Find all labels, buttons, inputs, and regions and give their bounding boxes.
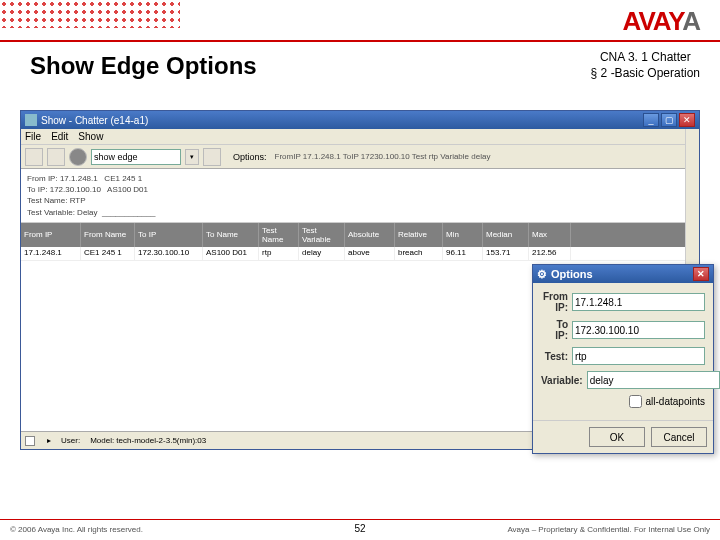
cell-relative: breach <box>395 247 443 260</box>
from-ip-label: From IP: <box>541 291 568 313</box>
minimize-button[interactable]: _ <box>643 113 659 127</box>
ok-button[interactable]: OK <box>589 427 645 447</box>
window-title: Show - Chatter (e14-a1) <box>41 115 643 126</box>
footer-rule <box>0 519 720 520</box>
app-icon <box>25 114 37 126</box>
dialog-buttons: OK Cancel <box>533 420 713 453</box>
variable-field[interactable] <box>587 371 720 389</box>
all-datapoints-checkbox[interactable] <box>629 395 642 408</box>
header-rule <box>0 40 720 42</box>
copyright: © 2006 Avaya Inc. All rights reserved. <box>10 525 143 534</box>
table-row[interactable]: 17.1.248.1 CE1 245 1 172.30.100.10 AS100… <box>21 247 699 261</box>
slide-subtitle: CNA 3. 1 Chatter § 2 -Basic Operation <box>591 50 700 81</box>
cell-fromname: CE1 245 1 <box>81 247 135 260</box>
th-min[interactable]: Min <box>443 223 483 247</box>
cell-median: 153.71 <box>483 247 529 260</box>
th-toip[interactable]: To IP <box>135 223 203 247</box>
menu-file[interactable]: File <box>25 131 41 142</box>
menu-edit[interactable]: Edit <box>51 131 68 142</box>
test-label: Test: <box>541 351 568 362</box>
subtitle-line1: CNA 3. 1 Chatter <box>591 50 700 66</box>
options-dialog: ⚙ Options ✕ From IP: To IP: Test: Variab… <box>532 264 714 454</box>
info-test: Test Name: RTP <box>27 195 693 206</box>
status-checkbox[interactable] <box>25 436 35 446</box>
th-fromip[interactable]: From IP <box>21 223 81 247</box>
record-icon[interactable] <box>69 148 87 166</box>
command-input[interactable] <box>91 149 181 165</box>
slide-title: Show Edge Options <box>30 52 257 80</box>
home-icon[interactable] <box>25 148 43 166</box>
logo-part1: AVAY <box>623 6 683 36</box>
dialog-close-button[interactable]: ✕ <box>693 267 709 281</box>
menubar: File Edit Show <box>21 129 699 145</box>
info-area: From IP: 17.1.248.1 CE1 245 1 To IP: 172… <box>21 169 699 223</box>
cell-testname: rtp <box>259 247 299 260</box>
avaya-logo: AVAYA <box>623 6 700 37</box>
cancel-button[interactable]: Cancel <box>651 427 707 447</box>
info-to: To IP: 172.30.100.10 AS100 D01 <box>27 184 693 195</box>
th-max[interactable]: Max <box>529 223 571 247</box>
th-toname[interactable]: To Name <box>203 223 259 247</box>
th-fromname[interactable]: From Name <box>81 223 135 247</box>
info-variable: Test Variable: Delay ____________ <box>27 207 693 218</box>
refresh-icon[interactable] <box>47 148 65 166</box>
toolbar: ▾ Options: FromIP 17.1.248.1 ToIP 17230.… <box>21 145 699 169</box>
cell-fromip: 17.1.248.1 <box>21 247 81 260</box>
th-median[interactable]: Median <box>483 223 529 247</box>
from-ip-field[interactable] <box>572 293 705 311</box>
cell-testvar: delay <box>299 247 345 260</box>
go-icon[interactable] <box>203 148 221 166</box>
to-ip-field[interactable] <box>572 321 705 339</box>
th-testname[interactable]: Test Name <box>259 223 299 247</box>
th-testvar[interactable]: Test Variable <box>299 223 345 247</box>
th-absolute[interactable]: Absolute <box>345 223 395 247</box>
gear-icon: ⚙ <box>537 268 547 281</box>
to-ip-label: To IP: <box>541 319 568 341</box>
status-user: User: <box>61 436 80 445</box>
subtitle-line2: § 2 -Basic Operation <box>591 66 700 82</box>
options-text: FromIP 17.1.248.1 ToIP 17230.100.10 Test… <box>275 152 491 161</box>
cell-toip: 172.30.100.10 <box>135 247 203 260</box>
logo-part2: A <box>682 6 700 36</box>
menu-show[interactable]: Show <box>78 131 103 142</box>
cell-min: 96.11 <box>443 247 483 260</box>
page-number: 52 <box>354 523 365 534</box>
status-model: Model: tech-model-2-3.5(min):03 <box>90 436 206 445</box>
decorative-dots <box>0 0 180 28</box>
titlebar[interactable]: Show - Chatter (e14-a1) _ ▢ ✕ <box>21 111 699 129</box>
info-from: From IP: 17.1.248.1 CE1 245 1 <box>27 173 693 184</box>
dialog-title: Options <box>551 268 593 280</box>
cell-absolute: above <box>345 247 395 260</box>
variable-label: Variable: <box>541 375 583 386</box>
dropdown-icon[interactable]: ▾ <box>185 149 199 165</box>
table-header: From IP From Name To IP To Name Test Nam… <box>21 223 699 247</box>
maximize-button[interactable]: ▢ <box>661 113 677 127</box>
close-button[interactable]: ✕ <box>679 113 695 127</box>
test-field[interactable] <box>572 347 705 365</box>
all-datapoints-label: all-datapoints <box>646 396 705 407</box>
confidential-text: Avaya – Proprietary & Confidential. For … <box>507 525 710 534</box>
options-label: Options: <box>233 152 267 162</box>
cell-toname: AS100 D01 <box>203 247 259 260</box>
window-buttons: _ ▢ ✕ <box>643 113 695 127</box>
th-relative[interactable]: Relative <box>395 223 443 247</box>
status-arrow-icon[interactable]: ▸ <box>47 436 51 445</box>
cell-max: 212.56 <box>529 247 571 260</box>
dialog-titlebar[interactable]: ⚙ Options ✕ <box>533 265 713 283</box>
dialog-body: From IP: To IP: Test: Variable: all-data… <box>533 283 713 420</box>
